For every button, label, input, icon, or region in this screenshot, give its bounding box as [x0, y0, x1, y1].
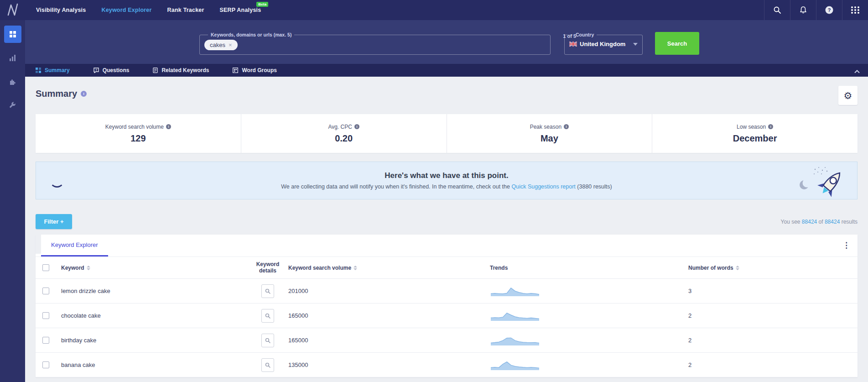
- magnifier-icon: [265, 313, 270, 319]
- left-sidebar: [0, 20, 25, 382]
- help-button[interactable]: ?: [816, 0, 842, 20]
- keyword-explorer-tab[interactable]: Keyword Explorer: [41, 235, 108, 256]
- row-checkbox[interactable]: [42, 288, 49, 294]
- summary-info-icon[interactable]: i: [81, 91, 87, 97]
- keyword-cell[interactable]: banana cake: [56, 361, 247, 368]
- chart-icon: [9, 54, 16, 62]
- table-row: banana cake 135000 2: [36, 353, 858, 377]
- table-row: chocolate cake 165000 2: [36, 304, 858, 328]
- keyword-cell[interactable]: chocolate cake: [56, 312, 247, 319]
- apps-menu-button[interactable]: [842, 0, 868, 20]
- info-icon[interactable]: i: [768, 124, 773, 129]
- nav-rank-tracker[interactable]: Rank Tracker: [167, 7, 204, 13]
- country-select[interactable]: Country United Kingdom: [564, 32, 643, 55]
- number-of-words-cell: 3: [688, 288, 858, 294]
- report-tabs-bar: Summary ? Questions Related Keywords: [25, 64, 868, 77]
- info-icon[interactable]: i: [564, 124, 569, 129]
- stat-avg-cpc-label: Avg. CPC: [328, 124, 352, 130]
- select-all-checkbox[interactable]: [42, 264, 49, 271]
- rocket-icon: [798, 164, 845, 199]
- uk-flag-icon: [569, 42, 577, 47]
- sort-volume-icon[interactable]: [353, 266, 357, 270]
- keyword-cell[interactable]: birthday cake: [56, 337, 247, 344]
- number-of-words-cell: 2: [688, 312, 858, 319]
- keyword-details-button[interactable]: [261, 309, 274, 323]
- word-groups-icon: [233, 68, 238, 73]
- quick-suggestions-link[interactable]: Quick Suggestions report: [511, 183, 575, 190]
- notifications-button[interactable]: [790, 0, 816, 20]
- banner-message: We are collecting data and will notify y…: [281, 183, 612, 190]
- chevron-up-icon: [854, 70, 860, 73]
- tab-questions-label: Questions: [103, 67, 130, 73]
- stat-low-season-value: December: [733, 133, 777, 144]
- tab-questions[interactable]: ? Questions: [94, 67, 130, 73]
- search-button-top[interactable]: [764, 0, 790, 20]
- filter-button[interactable]: Filter +: [36, 214, 72, 229]
- app-logo[interactable]: [0, 0, 25, 20]
- country-value: United Kingdom: [580, 41, 625, 47]
- info-icon[interactable]: i: [354, 124, 359, 129]
- logo-icon: [6, 3, 20, 17]
- collecting-data-banner: Here's what we have at this point. We ar…: [36, 162, 858, 199]
- sidebar-item-integrations[interactable]: [4, 73, 21, 90]
- summary-icon: [36, 68, 41, 73]
- nav-serp-analysis[interactable]: SERP Analysis Beta: [220, 7, 261, 13]
- keywords-field[interactable]: Keywords, domains or urls (max. 5) cakes…: [199, 32, 551, 55]
- rocket-illustration: [798, 164, 845, 200]
- remove-tag-icon[interactable]: ×: [229, 42, 232, 48]
- results-total-count[interactable]: 88424: [825, 219, 840, 225]
- results-you-see: You see: [781, 219, 800, 225]
- table-row: lemon drizzle cake 201000 3: [36, 279, 858, 304]
- col-trends: Trends: [490, 265, 508, 271]
- search-submit-button[interactable]: Search: [655, 32, 699, 55]
- beta-badge: Beta: [256, 2, 268, 7]
- tab-summary[interactable]: Summary: [36, 67, 70, 73]
- settings-button[interactable]: ⚙: [838, 86, 858, 105]
- tab-summary-label: Summary: [45, 67, 70, 73]
- sidebar-item-tools[interactable]: [4, 97, 21, 114]
- trend-sparkline: [490, 285, 688, 297]
- keyword-details-button[interactable]: [261, 358, 274, 372]
- results-count-note: You see 88424 of 88424 results: [781, 219, 858, 225]
- col-keyword: Keyword: [61, 265, 84, 271]
- loading-spinner-icon: [50, 173, 64, 188]
- keyword-tag-label: cakes: [210, 42, 225, 48]
- country-select-label: Country: [573, 32, 597, 37]
- svg-text:?: ?: [95, 68, 97, 72]
- magnifier-icon: [265, 288, 270, 294]
- nav-keyword-explorer[interactable]: Keyword Explorer: [101, 7, 151, 13]
- top-bar: Visibility Analysis Keyword Explorer Ran…: [0, 0, 868, 20]
- results-shown-count[interactable]: 88424: [802, 219, 817, 225]
- stat-search-volume: Keyword search volumei 129: [36, 114, 241, 153]
- keyword-details-button[interactable]: [261, 284, 274, 298]
- sidebar-item-reports[interactable]: [4, 49, 21, 67]
- stat-peak-season-value: May: [541, 133, 558, 144]
- number-of-words-cell: 2: [688, 337, 858, 344]
- keyword-cell[interactable]: lemon drizzle cake: [56, 288, 247, 294]
- trend-sparkline: [490, 310, 688, 322]
- gear-icon: ⚙: [844, 91, 852, 100]
- wrench-icon: [9, 102, 16, 109]
- col-keyword-details: Keyword details: [247, 262, 288, 274]
- results-word: results: [842, 219, 858, 225]
- main-nav: Visibility Analysis Keyword Explorer Ran…: [25, 0, 261, 20]
- chevron-down-icon: [633, 43, 638, 46]
- sort-words-icon[interactable]: [736, 266, 739, 270]
- tab-related-keywords[interactable]: Related Keywords: [153, 67, 209, 73]
- svg-text:?: ?: [828, 7, 831, 13]
- row-checkbox[interactable]: [42, 337, 49, 344]
- stat-avg-cpc-value: 0.20: [335, 133, 353, 144]
- sidebar-item-dashboard[interactable]: [4, 26, 21, 43]
- keyword-tag[interactable]: cakes ×: [204, 40, 238, 50]
- tab-word-groups[interactable]: Word Groups: [233, 67, 276, 73]
- keyword-details-button[interactable]: [261, 334, 274, 347]
- row-checkbox[interactable]: [42, 312, 49, 319]
- table-menu-button[interactable]: ⋮: [842, 241, 850, 250]
- sort-keyword-icon[interactable]: [87, 266, 90, 270]
- collapse-panel-button[interactable]: [854, 67, 860, 75]
- info-icon[interactable]: i: [166, 124, 171, 129]
- search-icon: [773, 6, 781, 14]
- magnifier-icon: [265, 338, 270, 343]
- row-checkbox[interactable]: [42, 361, 49, 368]
- nav-visibility-analysis[interactable]: Visibility Analysis: [36, 7, 86, 13]
